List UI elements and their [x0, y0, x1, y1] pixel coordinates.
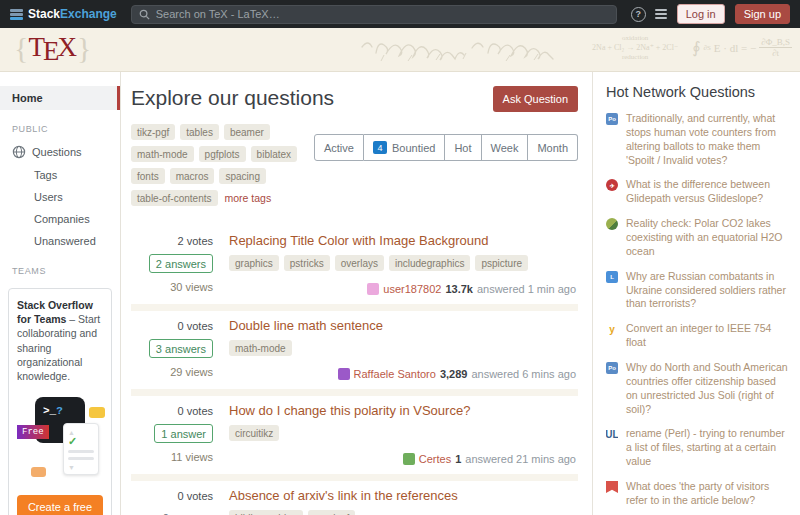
tag-pill[interactable]: spacing [219, 168, 265, 184]
sidebar-item-tags[interactable]: Tags [0, 164, 120, 186]
sidebar-item-label: Users [34, 191, 63, 203]
question-row: 0 votes 3 answers 29 views Double line m… [131, 304, 578, 389]
hot-question-text: What is the difference between Glidepath… [626, 178, 788, 206]
hot-question-link[interactable]: Reality check: Polar CO2 lakes coexistin… [606, 217, 788, 259]
user-link[interactable]: Certes [419, 453, 451, 465]
tag-pill[interactable]: fonts [131, 168, 165, 184]
page-title: Explore our questions [131, 86, 334, 110]
filter-tab-hot[interactable]: Hot [445, 134, 481, 161]
tag-pill[interactable]: macros [170, 168, 215, 184]
left-sidebar: Home PUBLIC QuestionsTagsUsersCompaniesU… [0, 72, 121, 515]
tag-pill[interactable]: pstricks [284, 255, 330, 271]
tag-pill[interactable]: bibliographies [229, 510, 303, 515]
tag-pill[interactable]: biblatex [251, 146, 297, 162]
activity-timestamp: answered 21 mins ago [465, 453, 576, 465]
hot-question-link[interactable]: ✈ What is the difference between Glidepa… [606, 178, 788, 206]
tag-pill[interactable]: includegraphics [389, 255, 471, 271]
elvish-script-decoration [360, 35, 578, 61]
sidebar-item-label: Questions [32, 146, 82, 158]
user-link[interactable]: Raffaele Santoro [354, 368, 436, 380]
teams-promo-text: Stack Overflow for Teams – Start collabo… [17, 298, 103, 383]
filter-tab-month[interactable]: Month [528, 134, 578, 161]
tag-pill[interactable]: table-of-contents [131, 190, 218, 206]
tag-pill[interactable]: math-mode [131, 146, 194, 162]
create-free-team-button[interactable]: Create a free Team [17, 495, 103, 515]
sidebar-item-label: Tags [34, 169, 57, 181]
filter-tab-week[interactable]: Week [482, 134, 529, 161]
ask-question-button[interactable]: Ask Question [493, 86, 578, 112]
hot-question-text: Convert an integer to IEEE 754 float [626, 322, 788, 350]
user-avatar[interactable] [338, 368, 350, 380]
search-input[interactable] [156, 8, 609, 20]
stackexchange-logo[interactable]: StackExchange [10, 7, 117, 21]
tag-pill[interactable]: circuitikz [229, 425, 279, 441]
hot-network-questions-list: Po Traditionally, and currently, what st… [606, 112, 788, 515]
question-meta: user187802 13.7k answered 1 min ago [229, 283, 578, 295]
view-count: 29 views [131, 366, 213, 378]
hot-question-link[interactable]: L Why are Russian combatants in Ukraine … [606, 270, 788, 312]
sidebar-item-questions[interactable]: Questions [0, 140, 120, 164]
tag-pill[interactable]: math-mode [229, 340, 292, 356]
hot-question-link[interactable]: UL rename (Perl) - trying to renumber a … [606, 427, 788, 469]
log-in-button[interactable]: Log in [677, 4, 725, 24]
sign-up-button[interactable]: Sign up [735, 4, 790, 24]
sidebar-public-label: PUBLIC [0, 110, 120, 140]
user-link[interactable]: user187802 [383, 283, 441, 295]
question-row: 0 votes 1 answer 11 views How do I chang… [131, 389, 578, 474]
codegolf-site-icon: y [606, 323, 618, 335]
filter-tab-bountied[interactable]: 4Bountied [364, 134, 445, 161]
search-bar[interactable] [131, 5, 617, 24]
vote-count: 0 votes [131, 490, 213, 502]
answer-count-badge: 3 answers [149, 339, 213, 358]
sidebar-item-companies[interactable]: Companies [0, 208, 120, 230]
hot-question-text: What does 'the party of visitors refer t… [626, 480, 788, 508]
question-stats: 2 votes 2 answers 30 views [131, 233, 213, 295]
hot-question-link[interactable]: Po Why do North and South American count… [606, 361, 788, 416]
tag-pill[interactable]: tables [180, 124, 219, 140]
filter-tab-label: Month [537, 142, 568, 154]
free-badge: Free [17, 425, 49, 439]
sidebar-item-unanswered[interactable]: Unanswered [0, 230, 120, 252]
question-list: 2 votes 2 answers 30 views Replacing Tit… [131, 226, 578, 515]
user-avatar[interactable] [403, 453, 415, 465]
hot-question-link[interactable]: Po Traditionally, and currently, what st… [606, 112, 788, 167]
hot-question-text: Traditionally, and currently, what stops… [626, 112, 788, 167]
politics-site-icon: Po [606, 113, 618, 125]
stackexchange-layers-icon [10, 9, 23, 20]
hot-question-text: Why are Russian combatants in Ukraine co… [626, 270, 788, 312]
question-title-link[interactable]: Absence of arxiv's link in the reference… [229, 488, 578, 503]
tag-pill[interactable]: beamer [224, 124, 270, 140]
site-switcher-icon[interactable] [654, 7, 669, 22]
speech-bubble-icon [31, 467, 46, 477]
tag-pill[interactable]: tikz-pgf [131, 124, 175, 140]
question-tags: math-mode [229, 340, 578, 362]
chemistry-formula-decoration: oxidation 2Na + Cl₂ → 2Na⁺ + 2Cl⁻ reduct… [592, 34, 678, 62]
user-reputation: 3,289 [440, 368, 468, 380]
tex-site-logo[interactable]: {TEX} [14, 31, 91, 65]
sidebar-item-home[interactable]: Home [0, 86, 120, 110]
tag-pill[interactable]: graphics [229, 255, 279, 271]
header-formula-decorations: oxidation 2Na + Cl₂ → 2Na⁺ + 2Cl⁻ reduct… [360, 34, 792, 62]
tag-pill[interactable]: pgfplots [199, 146, 246, 162]
user-avatar[interactable] [367, 283, 379, 295]
tag-pill[interactable]: overleaf [308, 510, 356, 515]
filter-tab-label: Active [324, 142, 354, 154]
sidebar-item-label: Companies [34, 213, 90, 225]
more-tags-link[interactable]: more tags [225, 192, 272, 204]
hot-question-link[interactable]: y Convert an integer to IEEE 754 float [606, 322, 788, 350]
question-title-link[interactable]: Replacing Title Color with Image Backgro… [229, 233, 578, 248]
question-title-link[interactable]: Double line math sentence [229, 318, 578, 333]
filter-tab-active[interactable]: Active [314, 134, 364, 161]
hot-network-questions-sidebar: Hot Network Questions Po Traditionally, … [592, 72, 800, 515]
question-row: 2 votes 2 answers 30 views Replacing Tit… [131, 226, 578, 304]
help-icon[interactable]: ? [631, 7, 646, 22]
tag-pill[interactable]: pspicture [475, 255, 528, 271]
sidebar-item-users[interactable]: Users [0, 186, 120, 208]
user-reputation: 13.7k [445, 283, 473, 295]
question-tags: circuitikz [229, 425, 578, 447]
filter-tab-label: Week [491, 142, 519, 154]
tag-pill[interactable]: overlays [335, 255, 384, 271]
hot-question-link[interactable]: What does 'the party of visitors refer t… [606, 480, 788, 508]
question-title-link[interactable]: How do I change this polarity in VSource… [229, 403, 578, 418]
unix-linux-site-icon: UL [606, 428, 618, 440]
